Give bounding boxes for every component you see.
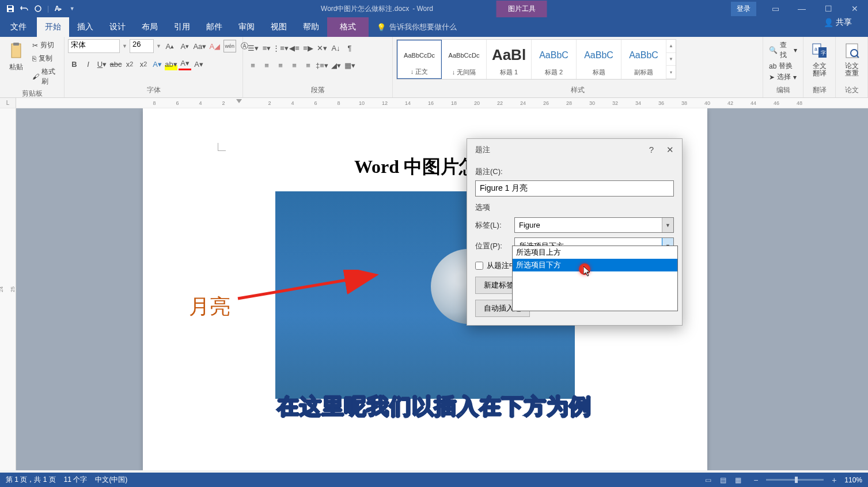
sort-icon[interactable]: A↓ [329, 41, 342, 54]
zoom-in-button[interactable]: + [829, 475, 839, 485]
dropdown-option-above[interactable]: 所选项目上方 [513, 246, 677, 259]
chevron-down-icon[interactable]: ▼ [662, 218, 673, 232]
caption-input[interactable] [475, 180, 674, 197]
style-more-icon[interactable]: ▾ [666, 66, 676, 79]
undo-icon[interactable] [20, 4, 29, 13]
italic-icon[interactable]: I [82, 58, 94, 70]
help-icon[interactable]: ? [649, 145, 654, 155]
style-nospacing[interactable]: AaBbCcDc↓ 无间隔 [442, 40, 487, 79]
asian-layout-icon[interactable]: ✕▾ [316, 41, 328, 54]
paste-button[interactable]: 粘贴 [3, 39, 29, 74]
show-marks-icon[interactable]: ¶ [343, 41, 356, 54]
change-case-icon[interactable]: Aa▾ [194, 40, 206, 52]
underline-icon[interactable]: U▾ [96, 58, 108, 70]
zoom-level[interactable]: 110% [844, 476, 862, 484]
style-gallery[interactable]: AaBbCcDc↓ 正文 AaBbCcDc↓ 无间隔 AaBl标题 1 AaBb… [396, 39, 676, 80]
align-left-icon[interactable]: ≡ [247, 59, 259, 71]
justify-icon[interactable]: ≡ [288, 59, 301, 71]
style-subtitle[interactable]: AaBbC副标题 [621, 40, 666, 79]
tab-review[interactable]: 审阅 [230, 17, 263, 37]
tell-me-search[interactable]: 💡 告诉我你想要做什么 [369, 17, 457, 37]
shading-icon[interactable]: ◢▾ [329, 59, 342, 71]
multilevel-icon[interactable]: ⋮≡▾ [274, 41, 287, 54]
language-status[interactable]: 中文(中国) [95, 475, 127, 485]
subscript-icon[interactable]: x2 [123, 58, 136, 70]
style-heading1[interactable]: AaBl标题 1 [487, 40, 532, 79]
translate-button[interactable]: a字全文 翻译 [807, 39, 832, 80]
exclude-label-checkbox[interactable] [475, 262, 483, 270]
maximize-icon[interactable]: ☐ [815, 0, 842, 17]
align-center-icon[interactable]: ≡ [260, 59, 273, 71]
web-layout-icon[interactable]: ▦ [730, 474, 745, 486]
ribbon-options-icon[interactable]: ▭ [762, 0, 789, 17]
tab-layout[interactable]: 布局 [134, 17, 166, 37]
close-icon[interactable]: ✕ [842, 0, 868, 17]
tab-file[interactable]: 文件 [0, 17, 37, 37]
highlight-icon[interactable]: ab▾ [165, 58, 177, 70]
superscript-icon[interactable]: x2 [137, 58, 150, 70]
font-name-combo[interactable]: 宋体 [68, 39, 120, 53]
styles-group-label: 样式 [396, 84, 759, 96]
tab-design[interactable]: 设计 [101, 17, 134, 37]
share-button[interactable]: 👤 共享 [816, 17, 860, 28]
style-scroll-up-icon[interactable]: ▲ [666, 40, 676, 53]
numbering-icon[interactable]: ≡▾ [260, 41, 273, 54]
print-layout-icon[interactable]: ▤ [715, 474, 730, 486]
strike-icon[interactable]: abc [109, 58, 122, 70]
font-color-icon[interactable]: A▾ [179, 58, 191, 70]
style-title[interactable]: AaBbC标题 [577, 40, 621, 79]
qat-dropdown-icon[interactable]: ▼ [67, 4, 77, 13]
clear-format-icon[interactable]: A◢ [209, 40, 221, 52]
replace-button[interactable]: ab替换 [769, 61, 797, 71]
select-button[interactable]: ➤选择▾ [769, 72, 797, 82]
horizontal-ruler[interactable]: L 86422468101214161820222426283032343638… [0, 98, 868, 108]
align-right-icon[interactable]: ≡ [274, 59, 287, 71]
cut-button[interactable]: ✂剪切 [31, 39, 60, 51]
minimize-icon[interactable]: — [789, 0, 815, 17]
arrow-annotation [235, 270, 385, 304]
increase-indent-icon[interactable]: ≡▶ [302, 41, 314, 54]
save-icon[interactable] [6, 4, 15, 13]
style-scroll-down-icon[interactable]: ▼ [666, 53, 676, 66]
plagiarism-check-button[interactable]: 论文 查重 [839, 39, 865, 80]
bullets-icon[interactable]: ☰▾ [247, 41, 259, 54]
char-shading-icon[interactable]: A▾ [192, 58, 205, 70]
line-spacing-icon[interactable]: ‡≡▾ [316, 59, 328, 71]
tab-mailings[interactable]: 邮件 [198, 17, 230, 37]
word-count[interactable]: 11 个字 [64, 475, 88, 485]
tab-view[interactable]: 视图 [263, 17, 295, 37]
borders-icon[interactable]: ▦▾ [343, 59, 356, 71]
text-style-icon[interactable]: A▸ [54, 4, 63, 13]
label-combo[interactable]: Figure ▼ [514, 217, 674, 233]
style-normal[interactable]: AaBbCcDc↓ 正文 [397, 40, 442, 79]
text-effects-icon[interactable]: A▾ [151, 58, 164, 70]
decrease-indent-icon[interactable]: ◀≡ [288, 41, 301, 54]
format-painter-button[interactable]: 🖌格式刷 [31, 66, 60, 88]
copy-button[interactable]: ⎘复制 [31, 52, 60, 65]
close-icon[interactable]: ✕ [666, 145, 674, 155]
indent-marker-icon[interactable] [236, 99, 242, 103]
image-label-text[interactable]: 月亮 [189, 293, 230, 321]
tab-help[interactable]: 帮助 [295, 17, 327, 37]
login-button[interactable]: 登录 [731, 2, 756, 16]
dropdown-option-below[interactable]: 所选项目下方 [513, 259, 677, 271]
bold-icon[interactable]: B [68, 58, 81, 70]
status-bar: 第 1 页，共 1 页 11 个字 中文(中国) ▭ ▤ ▦ − + 110% [0, 473, 868, 487]
distribute-icon[interactable]: ≡ [302, 59, 314, 71]
tab-home[interactable]: 开始 [37, 17, 69, 37]
shrink-font-icon[interactable]: A▾ [179, 40, 191, 52]
tab-format[interactable]: 格式 [327, 17, 369, 37]
zoom-slider[interactable] [766, 479, 824, 481]
font-size-combo[interactable]: 26 [130, 39, 154, 53]
vertical-ruler[interactable]: 1234567891011121314151617181920212223242… [0, 108, 16, 470]
redo-icon[interactable] [33, 4, 43, 13]
grow-font-icon[interactable]: A▴ [164, 40, 176, 52]
find-button[interactable]: 🔍查找▾ [769, 40, 797, 60]
phonetic-icon[interactable]: wén [223, 40, 236, 52]
tab-insert[interactable]: 插入 [69, 17, 101, 37]
zoom-out-button[interactable]: − [751, 475, 760, 485]
style-heading2[interactable]: AaBbC标题 2 [532, 40, 577, 79]
read-mode-icon[interactable]: ▭ [700, 474, 715, 486]
page-status[interactable]: 第 1 页，共 1 页 [6, 475, 56, 485]
tab-references[interactable]: 引用 [166, 17, 198, 37]
